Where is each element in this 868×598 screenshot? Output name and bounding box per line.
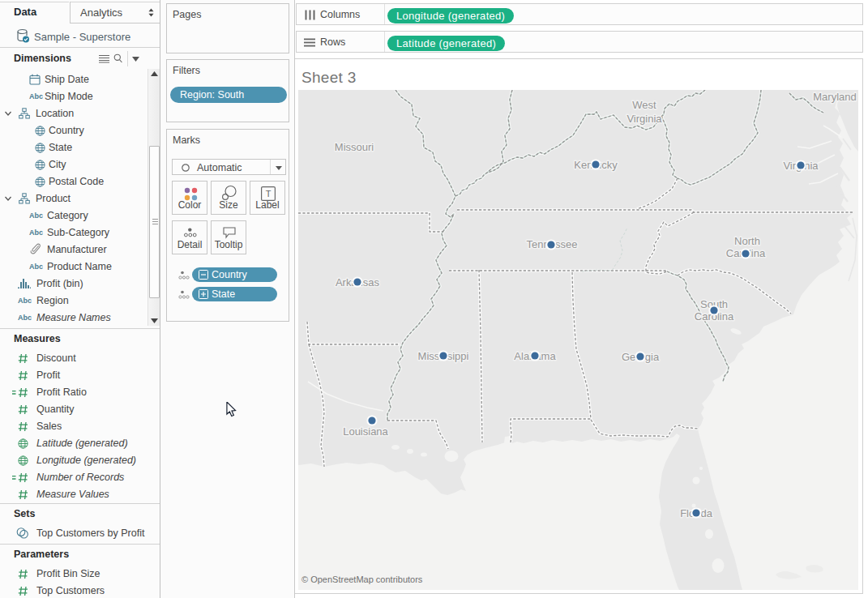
svg-text:Maryland: Maryland	[813, 91, 856, 103]
svg-text:Virginia: Virginia	[626, 113, 662, 125]
svg-text:North: North	[734, 235, 760, 247]
svg-text:Missouri: Missouri	[335, 141, 374, 153]
svg-text:T: T	[266, 189, 272, 199]
svg-text:West: West	[632, 99, 656, 111]
svg-text:Louisiana: Louisiana	[343, 425, 388, 438]
